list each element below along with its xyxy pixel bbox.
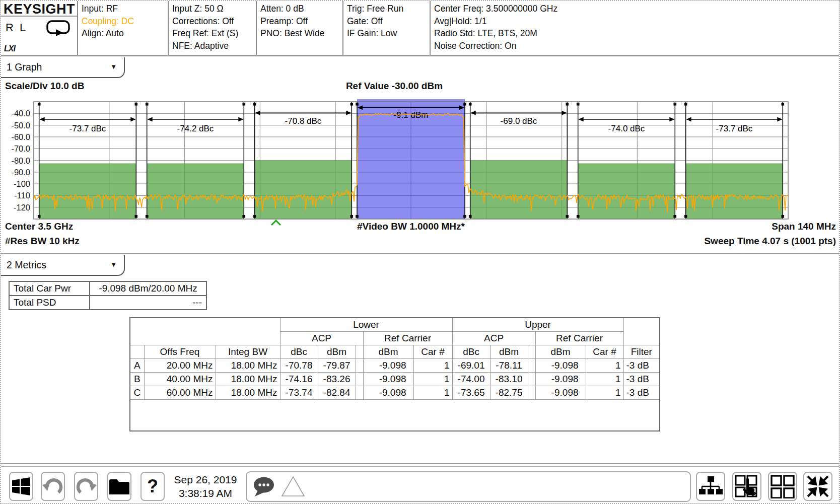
message-bar[interactable] (246, 471, 691, 502)
acp-row-C: C60.00 MHz18.00 MHz-73.74-82.84-9.0981-7… (130, 386, 660, 400)
offset-region-fill (578, 163, 675, 219)
sweep-time-readout[interactable]: Sweep Time 4.07 s (1001 pts) (704, 236, 836, 247)
col-dbc: dBc (280, 345, 318, 359)
acp-row-B: B40.00 MHz18.00 MHz-74.16-83.26-9.0981-7… (130, 373, 660, 386)
undo-button[interactable] (41, 472, 65, 501)
lower-ref-carrier-header: Ref Carrier (363, 332, 452, 345)
keysight-logo: KEYSIGHT (1, 1, 77, 17)
input-z-readout: Input Z: 50 Ω (172, 3, 256, 15)
screen-config-button[interactable] (696, 472, 725, 501)
acp-cell: C (130, 386, 144, 400)
window-layout-button[interactable] (768, 472, 797, 501)
rl-indicator: R L (6, 21, 27, 34)
ref-value-readout[interactable]: Ref Value -30.00 dBm (289, 81, 500, 92)
graph-window-selector[interactable]: 1 Graph ▼ (1, 57, 125, 78)
col-dbm: dBm (490, 345, 528, 359)
col-filter: Filter (623, 345, 660, 359)
upper-acp-header: ACP (452, 332, 535, 345)
screen-config-icon (698, 475, 723, 497)
center-freq-axis-readout[interactable]: Center 3.5 GHz (5, 221, 73, 232)
acp-row-A: A20.00 MHz18.00 MHz-70.78-79.87-9.0981-6… (130, 359, 660, 373)
acp-cell: -9.098 (535, 386, 586, 400)
frequency-settings-column[interactable]: Center Freq: 3.500000000 GHz Avg|Hold: 1… (431, 1, 839, 55)
center-freq-readout: Center Freq: 3.500000000 GHz (434, 3, 839, 15)
gate-readout: Gate: Off (347, 15, 430, 28)
acp-cell: -79.87 (318, 359, 356, 373)
y-axis-tick: -50.0 (11, 121, 30, 130)
power-summary-table: Total Car Pwr -9.098 dBm/20.00 MHz Total… (9, 281, 207, 310)
metrics-tab-label: 2 Metrics (7, 259, 46, 270)
acp-cell: -69.01 (452, 359, 490, 373)
touch-layout-button[interactable] (732, 472, 761, 501)
undo-icon (42, 475, 64, 497)
video-bw-readout[interactable]: #Video BW 1.0000 MHz* (285, 221, 537, 232)
chevron-down-icon: ▼ (110, 57, 117, 77)
acp-cell: -70.78 (280, 359, 318, 373)
total-psd-value: --- (90, 296, 206, 310)
datetime-display[interactable]: Sep 26, 2019 3:38:19 AM (169, 473, 242, 500)
col-dbc: dBc (452, 345, 490, 359)
date-text: Sep 26, 2019 (169, 473, 242, 486)
offset-region-fill (39, 163, 136, 219)
impedance-settings-column[interactable]: Input Z: 50 Ω Corrections: Off Freq Ref:… (169, 1, 257, 55)
acp-cell: 1 (413, 373, 452, 386)
acp-cell: -9.098 (535, 373, 586, 386)
input-settings-column[interactable]: Input: RF Coupling: DC Align: Auto (78, 1, 169, 55)
segment-measurement-label: -73.7 dBc (69, 124, 106, 133)
trigger-settings-column[interactable]: Trig: Free Run Gate: Off IF Gain: Low (343, 1, 431, 55)
col-offs-freq: Offs Freq (144, 345, 216, 359)
offset-region-fill (686, 163, 783, 219)
total-psd-label: Total PSD (9, 296, 90, 310)
windows-start-button[interactable] (9, 472, 33, 501)
pno-readout: PNO: Best Wide (260, 27, 342, 40)
acp-cell: 1 (413, 386, 452, 400)
segment-measurement-label: -74.2 dBc (177, 124, 214, 133)
acp-cell: -83.10 (490, 373, 528, 386)
grid-2x2-icon (770, 474, 795, 498)
col-ref-dbm: dBm (535, 345, 586, 359)
acp-gap-cell (528, 373, 535, 386)
file-explorer-button[interactable] (107, 472, 131, 501)
acp-cell: 40.00 MHz (144, 373, 216, 386)
upper-ref-carrier-header: Ref Carrier (535, 332, 623, 345)
bottom-toolbar: ? Sep 26, 2019 3:38:19 AM (1, 466, 840, 504)
avg-hold-readout: Avg|Hold: 1/1 (434, 15, 839, 28)
total-car-pwr-label: Total Car Pwr (9, 281, 90, 296)
spectrum-plot[interactable]: -40.0-50.0-60.0-70.0-80.0-90.0-100-110-1… (1, 93, 840, 230)
acp-cell: -83.26 (318, 373, 356, 386)
redo-button[interactable] (74, 472, 98, 501)
chat-bubble-icon[interactable] (252, 476, 277, 498)
attenuation-settings-column[interactable]: Atten: 0 dB Preamp: Off PNO: Best Wide (257, 1, 343, 55)
graph-tab-label: 1 Graph (7, 61, 42, 73)
acp-cell: -9.098 (363, 359, 413, 373)
coupling-readout: Coupling: DC (82, 15, 168, 28)
collapse-view-button[interactable] (803, 472, 832, 501)
segment-measurement-label: -69.0 dBc (501, 116, 537, 126)
span-readout[interactable]: Span 140 MHz (772, 221, 836, 232)
preamp-readout: Preamp: Off (260, 15, 342, 28)
y-axis-tick: -120 (14, 203, 30, 212)
acp-cell: 1 (586, 359, 623, 373)
acp-cell: A (130, 359, 144, 373)
scale-per-div-readout[interactable]: Scale/Div 10.0 dB (5, 81, 84, 92)
keysight-logo-cell: KEYSIGHT R L LXI (1, 1, 78, 55)
acp-cell: -9.098 (363, 386, 413, 400)
res-bw-readout[interactable]: #Res BW 10 kHz (5, 236, 80, 247)
acp-cell: 1 (586, 373, 623, 386)
freq-ref-readout: Freq Ref: Ext (S) (172, 27, 256, 40)
help-question-label: ? (147, 476, 158, 497)
table-row: Total PSD --- (9, 296, 206, 310)
metrics-window-selector[interactable]: 2 Metrics ▼ (1, 255, 125, 276)
acp-gap-cell (356, 373, 363, 386)
lower-acp-header: ACP (280, 332, 363, 345)
corrections-readout: Corrections: Off (172, 15, 256, 28)
marker-caret-icon (271, 221, 281, 225)
table-row: Lower Upper (130, 318, 660, 332)
acp-gap-cell (356, 386, 363, 400)
col-integ-bw: Integ BW (216, 345, 280, 359)
offset-region-fill (255, 161, 352, 220)
redo-icon (75, 475, 97, 497)
help-button[interactable]: ? (141, 472, 165, 501)
segment-measurement-label: -73.7 dBc (716, 124, 753, 133)
status-header: KEYSIGHT R L LXI Input: RF Coupling: DC … (1, 1, 839, 56)
